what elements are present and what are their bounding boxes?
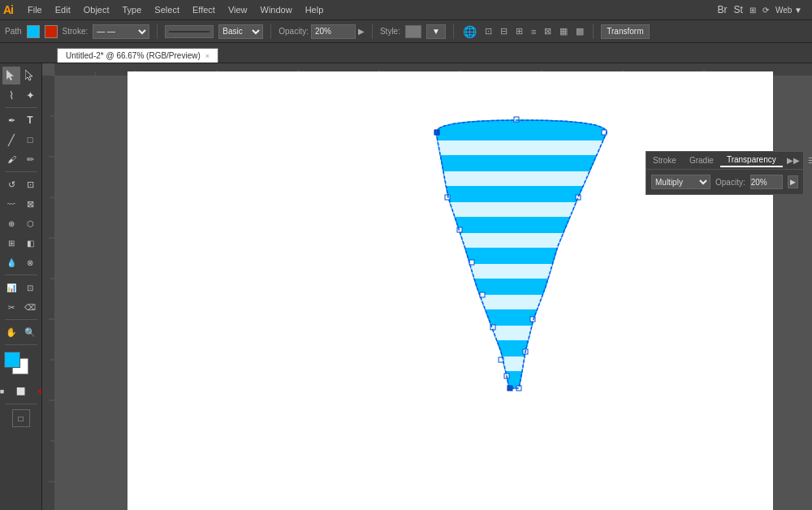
eyedropper-tools: 💧 ⊗ <box>2 253 39 271</box>
eyedropper-tool[interactable]: 💧 <box>2 253 20 271</box>
pencil-tool[interactable]: ✏ <box>21 150 39 168</box>
menu-view[interactable]: View <box>222 3 254 16</box>
tool-divider6 <box>5 404 37 404</box>
grid-icon[interactable]: ⊞ <box>749 6 756 15</box>
sync-icon[interactable]: ⟳ <box>762 6 769 15</box>
transform-btn[interactable]: Transform <box>601 24 649 39</box>
blend-mode-select[interactable]: Multiply Normal Screen Overlay <box>651 175 710 189</box>
effect-tools: 〰 ⊠ <box>2 195 39 213</box>
menu-effect[interactable]: Effect <box>186 3 222 16</box>
menu-select[interactable]: Select <box>148 3 186 16</box>
build-tools: ⊕ ⬡ <box>2 214 39 232</box>
menu-type[interactable]: Type <box>116 3 149 16</box>
rotate-tool[interactable]: ↺ <box>2 175 20 193</box>
svg-rect-32 <box>428 140 615 155</box>
type-tool[interactable]: T <box>21 111 39 129</box>
tool-divider3 <box>5 274 37 275</box>
shape-builder-tool[interactable]: ⊕ <box>2 214 20 232</box>
blend-tool[interactable]: ⊗ <box>21 253 39 271</box>
warp-tool[interactable]: 〰 <box>2 195 20 213</box>
gradient-mode-btn[interactable]: ⬜ <box>12 382 30 400</box>
svg-marker-1 <box>25 70 32 80</box>
doc-tab-title: Untitled-2* @ 66.67% (RGB/Preview) <box>66 51 201 60</box>
scale-tool[interactable]: ⊡ <box>21 175 39 193</box>
gradient-tab[interactable]: Gradie <box>683 154 720 166</box>
opacity-label: Opacity: <box>715 178 745 187</box>
opacity-arrow[interactable]: ▶ <box>358 27 365 36</box>
stroke-swatch[interactable] <box>45 25 58 38</box>
svg-rect-34 <box>428 202 615 217</box>
slice-tool[interactable]: ✂ <box>2 298 20 316</box>
svg-rect-20 <box>42 76 54 510</box>
funnel-graphic <box>428 116 615 394</box>
left-toolbar: ⌇ ✦ ✒ T ╱ □ 🖌 ✏ ↺ ⊡ 〰 ⊠ ⊕ ⬡ ⊞ <box>0 63 42 510</box>
distribute-icon2[interactable]: ≡ <box>531 27 536 37</box>
draw-mode-btn[interactable]: □ <box>12 409 30 427</box>
bridge-icon[interactable]: Br <box>718 4 728 15</box>
align-icon1[interactable]: ⊡ <box>485 26 492 37</box>
perspective-tool[interactable]: ⬡ <box>21 214 39 232</box>
direct-selection-tool[interactable] <box>21 67 39 84</box>
align-globe-icon[interactable]: 🌐 <box>463 25 477 38</box>
svg-rect-40 <box>514 117 519 122</box>
opacity-value-input[interactable] <box>750 175 783 189</box>
mesh-tools: ⊞ ◧ <box>2 234 39 252</box>
distribute-icon5[interactable]: ▩ <box>576 26 584 37</box>
divider2 <box>270 24 271 39</box>
stroke-type-select[interactable]: Basic <box>218 24 263 39</box>
selection-tools <box>2 67 39 84</box>
free-transform-tool[interactable]: ⊠ <box>21 195 39 213</box>
distribute-icon1[interactable]: ⊞ <box>516 26 523 37</box>
stock-icon[interactable]: St <box>734 4 743 15</box>
stroke-select[interactable]: — — <box>93 24 149 39</box>
canvas-area: Stroke Gradie Transparency ▶▶ ☰ Multiply… <box>42 63 812 510</box>
gradient-tool[interactable]: ◧ <box>21 234 39 252</box>
foreground-color-swatch[interactable] <box>4 352 20 368</box>
color-mode-btn[interactable]: ■ <box>0 382 11 400</box>
tab-close-btn[interactable]: × <box>205 52 209 60</box>
mesh-tool[interactable]: ⊞ <box>2 234 20 252</box>
color-mode-row: ■ ⬜ ✕ <box>0 382 49 400</box>
selection-tool[interactable] <box>2 67 20 84</box>
svg-rect-51 <box>576 195 581 200</box>
transparency-tab[interactable]: Transparency <box>720 153 783 167</box>
panel-tabs: Stroke Gradie Transparency ▶▶ ☰ <box>646 152 803 170</box>
view-tools: ✋ 🔍 <box>2 323 39 341</box>
opacity-increase-btn[interactable]: ▶ <box>788 175 798 188</box>
rect-tool[interactable]: □ <box>21 131 39 149</box>
slice-row: ✂ ⌫ <box>2 298 39 316</box>
zoom-tool[interactable]: 🔍 <box>21 323 39 341</box>
fill-swatch[interactable] <box>27 25 40 38</box>
paintbrush-tool[interactable]: 🖌 <box>2 150 20 168</box>
svg-rect-37 <box>428 295 615 309</box>
panel-options-arrow[interactable]: ▶▶ <box>783 154 804 166</box>
opacity-input[interactable]: 20% <box>311 24 356 39</box>
column-graph-row: 📊 ⊡ <box>2 279 39 296</box>
tab-bar: Untitled-2* @ 66.67% (RGB/Preview) × <box>0 43 812 63</box>
transform-tools: ↺ ⊡ <box>2 175 39 193</box>
web-menu[interactable]: Web ▼ <box>775 6 802 15</box>
menu-file[interactable]: File <box>21 3 49 16</box>
line-tool[interactable]: ╱ <box>2 131 20 149</box>
menu-help[interactable]: Help <box>299 3 330 16</box>
draw-mode-area: □ <box>12 409 30 427</box>
stroke-tab[interactable]: Stroke <box>646 154 683 166</box>
eraser-tool[interactable]: ⌫ <box>21 298 39 316</box>
pen-tool[interactable]: ✒ <box>2 111 20 129</box>
lasso-tool[interactable]: ⌇ <box>2 86 20 104</box>
style-btn[interactable]: ▼ <box>426 24 446 39</box>
menu-window[interactable]: Window <box>254 3 299 16</box>
distribute-icon3[interactable]: ⊠ <box>544 26 551 37</box>
magic-wand-tool[interactable]: ✦ <box>21 86 39 104</box>
artboard-tool[interactable]: ⊡ <box>21 279 39 296</box>
hand-tool[interactable]: ✋ <box>2 323 20 341</box>
distribute-icon4[interactable]: ▦ <box>559 26 568 37</box>
menu-object[interactable]: Object <box>77 3 116 16</box>
column-graph-tool[interactable]: 📊 <box>2 279 20 296</box>
menu-edit[interactable]: Edit <box>49 3 77 16</box>
doc-tab-active[interactable]: Untitled-2* @ 66.67% (RGB/Preview) × <box>57 48 218 63</box>
color-swatch-area <box>2 350 40 379</box>
align-icon2[interactable]: ⊟ <box>500 26 508 37</box>
panel-menu-btn[interactable]: ☰ <box>804 154 812 166</box>
svg-rect-45 <box>469 260 474 265</box>
